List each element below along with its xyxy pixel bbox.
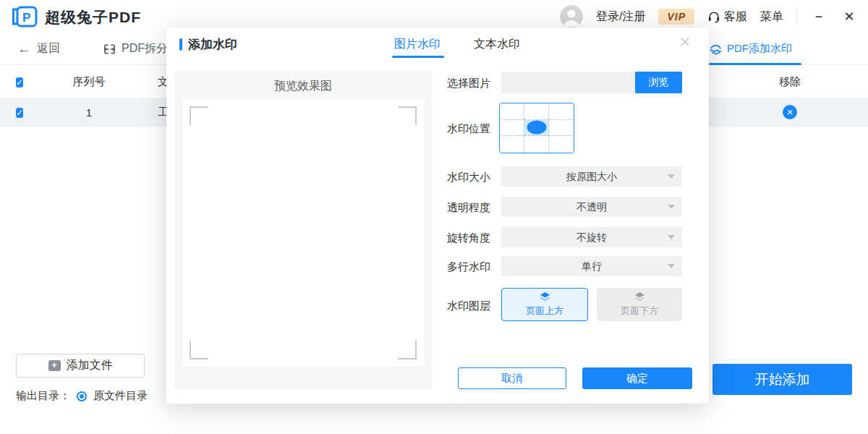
size-select[interactable]: 按原图大小 bbox=[501, 166, 682, 187]
crop-corner-icon bbox=[190, 341, 208, 359]
file-plus-icon bbox=[48, 360, 61, 371]
watermark-dot-icon bbox=[527, 121, 546, 135]
output-original-radio[interactable] bbox=[77, 391, 87, 401]
row-checkbox[interactable]: ✓ bbox=[16, 108, 23, 118]
title-accent-bar bbox=[179, 38, 182, 51]
chevron-down-icon bbox=[668, 174, 675, 179]
select-all-checkbox[interactable]: ✓ bbox=[16, 77, 23, 88]
position-cell[interactable] bbox=[549, 136, 574, 153]
split-icon bbox=[103, 43, 116, 56]
multiline-select-value: 单行 bbox=[582, 260, 602, 272]
chevron-down-icon bbox=[668, 264, 675, 268]
crop-corner-icon bbox=[398, 341, 417, 359]
size-select-value: 按原图大小 bbox=[566, 171, 617, 182]
remove-file-button[interactable]: ✕ bbox=[783, 105, 797, 119]
chevron-down-icon bbox=[668, 235, 675, 239]
layer-below-button[interactable]: 页面下方 bbox=[597, 288, 682, 321]
confirm-button[interactable]: 确定 bbox=[582, 367, 692, 389]
dialog-title: 添加水印 bbox=[179, 36, 237, 53]
layer-above-label: 页面上方 bbox=[526, 305, 563, 318]
layer-below-label: 页面下方 bbox=[621, 305, 658, 318]
layers-icon bbox=[634, 292, 646, 302]
dialog-title-text: 添加水印 bbox=[188, 36, 237, 53]
add-file-button[interactable]: 添加文件 bbox=[16, 354, 145, 378]
layer-above-button[interactable]: 页面上方 bbox=[501, 288, 588, 321]
vip-badge[interactable]: VIP bbox=[658, 9, 694, 25]
watermark-position-grid[interactable] bbox=[499, 103, 574, 153]
position-cell[interactable] bbox=[549, 120, 574, 137]
output-directory-row: 输出目录： 原文件目录 bbox=[16, 389, 148, 403]
tab-text-watermark[interactable]: 文本水印 bbox=[474, 37, 520, 52]
headset-icon bbox=[707, 10, 720, 23]
preview-canvas bbox=[182, 99, 424, 366]
opacity-select-value: 不透明 bbox=[576, 201, 607, 213]
multiline-select[interactable]: 单行 bbox=[501, 256, 682, 276]
position-cell[interactable] bbox=[500, 120, 524, 137]
back-label: 返回 bbox=[37, 41, 60, 56]
position-cell[interactable] bbox=[500, 136, 524, 153]
avatar[interactable] bbox=[560, 5, 583, 28]
add-file-label: 添加文件 bbox=[67, 358, 113, 373]
opacity-select[interactable]: 不透明 bbox=[501, 197, 682, 217]
customer-service-label: 客服 bbox=[724, 9, 747, 25]
tab-image-watermark[interactable]: 图片水印 bbox=[394, 37, 441, 52]
position-cell[interactable] bbox=[524, 136, 549, 153]
login-register-link[interactable]: 登录/注册 bbox=[596, 9, 645, 25]
start-add-button[interactable]: 开始添加 bbox=[712, 364, 852, 395]
customer-service-button[interactable]: 客服 bbox=[707, 9, 747, 25]
layer-label: 水印图层 bbox=[447, 299, 490, 313]
pdf-split-label: PDF拆分 bbox=[122, 41, 168, 56]
crop-corner-icon bbox=[398, 106, 417, 125]
tab-pdf-add-watermark[interactable]: PDF添加水印 bbox=[709, 33, 801, 64]
position-label: 水印位置 bbox=[447, 122, 490, 136]
rotation-select-value: 不旋转 bbox=[576, 231, 607, 243]
position-cell[interactable] bbox=[549, 103, 574, 120]
layers-icon bbox=[539, 292, 551, 302]
position-cell[interactable] bbox=[500, 103, 524, 120]
titlebar-divider bbox=[796, 9, 797, 25]
watermark-tab-label: PDF添加水印 bbox=[727, 42, 792, 56]
output-directory-value: 原文件目录 bbox=[93, 389, 148, 403]
pdf-split-tool[interactable]: PDF拆分 bbox=[103, 33, 168, 64]
opacity-label: 透明程度 bbox=[447, 201, 490, 215]
position-cell[interactable] bbox=[524, 103, 549, 120]
app-logo-icon: P bbox=[10, 4, 38, 32]
svg-text:P: P bbox=[22, 11, 30, 25]
add-watermark-dialog: 添加水印 图片水印 文本水印 ✕ 预览效果图 选择图片 浏览 水印位置 bbox=[166, 27, 709, 404]
app-title: 超级兔子PDF bbox=[45, 7, 141, 27]
cancel-button[interactable]: 取消 bbox=[458, 367, 566, 389]
app-window: P 超级兔子PDF 登录/注册 VIP 客服 bbox=[0, 0, 868, 434]
browse-button[interactable]: 浏览 bbox=[635, 72, 682, 93]
preview-title: 预览效果图 bbox=[174, 71, 432, 94]
watermark-wave-icon bbox=[709, 43, 723, 55]
dialog-close-icon[interactable]: ✕ bbox=[675, 32, 695, 52]
column-remove: 移除 bbox=[765, 75, 815, 88]
multiline-label: 多行水印 bbox=[447, 260, 490, 274]
row-serial: 1 bbox=[64, 106, 114, 119]
size-label: 水印大小 bbox=[447, 171, 490, 184]
image-path-input[interactable] bbox=[501, 72, 635, 93]
chevron-down-icon bbox=[668, 205, 675, 209]
close-window-button[interactable]: ✕ bbox=[841, 9, 858, 25]
select-image-label: 选择图片 bbox=[447, 77, 490, 90]
menu-button[interactable]: 菜单 bbox=[760, 9, 783, 25]
rotation-select[interactable]: 不旋转 bbox=[501, 227, 682, 247]
back-button[interactable]: ← 返回 bbox=[17, 33, 60, 64]
output-directory-label: 输出目录： bbox=[16, 389, 70, 403]
column-serial: 序列号 bbox=[64, 75, 114, 88]
crop-corner-icon bbox=[190, 106, 208, 125]
position-cell-center[interactable] bbox=[524, 120, 549, 137]
rotation-label: 旋转角度 bbox=[447, 231, 490, 245]
preview-panel: 预览效果图 bbox=[174, 71, 432, 389]
back-arrow-icon: ← bbox=[17, 42, 31, 56]
minimize-button[interactable]: − bbox=[810, 9, 827, 25]
